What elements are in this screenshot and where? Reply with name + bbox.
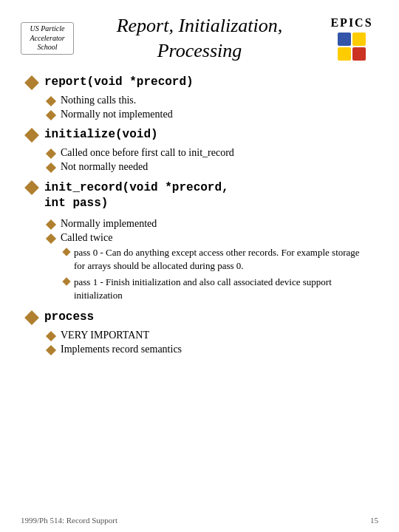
list-item: Called twice [47,232,372,244]
header: US Particle Accelerator School Report, I… [21,13,378,64]
epics-blocks [338,33,366,61]
logo-text: US Particle Accelerator School [21,22,74,55]
report-bullet: report(void *precord) [27,75,372,89]
list-item: pass 0 - Can do anything except access o… [64,246,372,273]
list-item: VERY IMPORTANT [47,330,372,341]
report-block: report(void *precord) Nothing calls this… [27,75,372,120]
initialize-sub-2: Not normally needed [61,161,148,173]
page: US Particle Accelerator School Report, I… [0,0,399,532]
list-item: Normally implemented [47,218,372,230]
diamond-sm-icon [46,219,56,230]
init-record-block: init_record(void *precord, int pass) Nor… [27,180,372,303]
epics-block-br [352,47,366,61]
diamond-xs-icon [62,277,70,285]
init-record-bullet: init_record(void *precord, int pass) [27,180,372,212]
initialize-bullet: initialize(void) [27,128,372,141]
init-record-sub-list: Normally implemented Called twice pass 0… [47,218,372,303]
diamond-icon [24,310,39,325]
diamond-icon [24,75,39,90]
diamond-sm-icon [46,96,56,106]
initialize-sub-list: Called once before first call to init_re… [47,147,372,173]
epics-label: EPICS [330,16,372,30]
epics-block-tl [338,33,351,46]
list-item: Normally not implemented [47,109,372,120]
report-sub-list: Nothing calls this. Normally not impleme… [47,95,372,120]
process-block: process VERY IMPORTANT Implements record… [27,310,372,355]
footer-right: 15 [370,516,378,525]
initialize-block: initialize(void) Called once before firs… [27,128,372,173]
init-record-sub-1: Normally implemented [61,218,157,230]
epics-block-bl [338,47,351,61]
us-particle-logo: US Particle Accelerator School [21,22,74,55]
footer: 1999/Ph 514: Record Support 15 [21,516,378,525]
content: report(void *precord) Nothing calls this… [21,75,378,355]
init-record-label: init_record(void *precord, int pass) [44,180,229,212]
diamond-xs-icon [62,248,70,256]
diamond-sm-icon [46,149,56,159]
init-record-sub-2: Called twice [61,232,112,244]
diamond-sm-icon [46,163,56,173]
process-sub-2: Implements record semantics [61,344,182,355]
diamond-sm-icon [46,330,56,341]
list-item: pass 1 - Finish initialization and also … [64,276,372,302]
diamond-icon [24,128,39,143]
diamond-icon [24,180,39,195]
process-sub-list: VERY IMPORTANT Implements record semanti… [47,330,372,355]
report-sub-1: Nothing calls this. [61,95,136,106]
process-bullet: process [27,310,372,324]
pass0-text: pass 0 - Can do anything except access o… [74,246,372,273]
footer-left: 1999/Ph 514: Record Support [21,516,117,525]
diamond-sm-icon [46,233,56,244]
initialize-label: initialize(void) [44,128,158,141]
slide-title: Report, Initialization, Processing [74,13,325,64]
pass1-text: pass 1 - Finish initialization and also … [74,276,372,302]
report-sub-2: Normally not implemented [61,109,173,120]
process-label: process [44,310,94,324]
list-item: Nothing calls this. [47,95,372,106]
init-record-sub-sub-list: pass 0 - Can do anything except access o… [64,246,372,303]
title-text: Report, Initialization, Processing [74,13,325,64]
epics-logo: EPICS [325,16,378,61]
epics-block-tr [352,33,366,46]
diamond-sm-icon [46,344,56,355]
process-sub-1: VERY IMPORTANT [61,330,149,341]
diamond-sm-icon [46,110,56,120]
list-item: Not normally needed [47,161,372,173]
list-item: Called once before first call to init_re… [47,147,372,159]
report-label: report(void *precord) [44,75,194,89]
initialize-sub-1: Called once before first call to init_re… [61,147,234,159]
list-item: Implements record semantics [47,344,372,355]
